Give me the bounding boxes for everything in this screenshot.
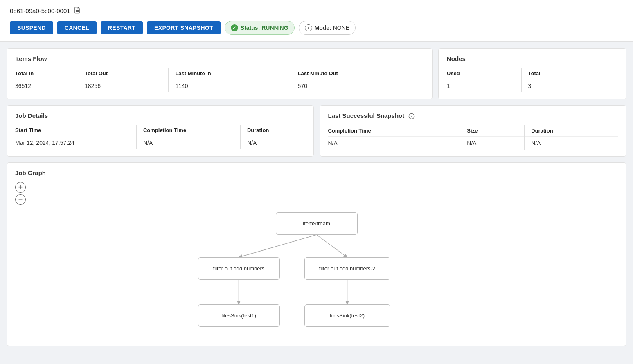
val-total-out: 18256 bbox=[78, 79, 169, 93]
col-duration: Duration bbox=[240, 125, 305, 136]
graph-card: Job Graph + − itemStreamfilter out odd n… bbox=[7, 162, 626, 346]
snapshot-card: Last Successful Snapshot Completion Time… bbox=[320, 105, 627, 157]
val-completion-time: N/A bbox=[136, 136, 240, 150]
row-stats: Items Flow Total In Total Out Last Minut… bbox=[7, 48, 626, 99]
snapshot-table: Completion Time Size Duration N/A N/A N/… bbox=[328, 125, 618, 150]
snapshot-title: Last Successful Snapshot bbox=[328, 112, 618, 119]
check-icon: ✓ bbox=[231, 24, 238, 31]
graph-node-filterOdd2[interactable]: filter out odd numbers-2 bbox=[304, 257, 390, 280]
svg-line-6 bbox=[317, 235, 347, 257]
col-total-in: Total In bbox=[15, 68, 78, 79]
val-used: 1 bbox=[447, 79, 521, 93]
nodes-table: Used Total 1 3 bbox=[447, 68, 618, 92]
items-flow-table: Total In Total Out Last Minute In Last M… bbox=[15, 68, 424, 92]
suspend-button[interactable]: SUSPEND bbox=[10, 21, 53, 34]
col-last-min-in: Last Minute In bbox=[169, 68, 291, 79]
top-actions: SUSPEND CANCEL RESTART EXPORT SNAPSHOT ✓… bbox=[10, 21, 623, 35]
graph-node-filesSink2[interactable]: filesSink(test2) bbox=[304, 304, 390, 327]
info-icon: i bbox=[305, 24, 312, 31]
snapshot-info-icon bbox=[408, 113, 415, 119]
val-start-time: Mar 12, 2024, 17:57:24 bbox=[15, 136, 136, 150]
job-id-text: 0b61-09a0-5c00-0001 bbox=[10, 7, 70, 14]
graph-title: Job Graph bbox=[15, 169, 618, 176]
val-total: 3 bbox=[521, 79, 618, 93]
val-snap-size: N/A bbox=[460, 137, 525, 150]
main-content: Items Flow Total In Total Out Last Minut… bbox=[0, 42, 633, 353]
val-snap-duration: N/A bbox=[525, 137, 618, 150]
val-snap-completion: N/A bbox=[328, 137, 460, 150]
col-completion-time: Completion Time bbox=[136, 125, 240, 136]
nodes-title: Nodes bbox=[447, 55, 618, 62]
val-last-min-in: 1140 bbox=[169, 79, 291, 93]
val-total-in: 36512 bbox=[15, 79, 78, 93]
document-icon bbox=[74, 7, 81, 15]
col-total: Total bbox=[521, 68, 618, 79]
graph-node-filesSink1[interactable]: filesSink(test1) bbox=[198, 304, 280, 327]
graph-controls: + − bbox=[15, 182, 618, 205]
zoom-out-button[interactable]: − bbox=[15, 194, 26, 205]
graph-area: itemStreamfilter out odd numbersfilter o… bbox=[15, 208, 618, 339]
top-bar: 0b61-09a0-5c00-0001 SUSPEND CANCEL RESTA… bbox=[0, 0, 633, 42]
row-details: Job Details Start Time Completion Time D… bbox=[7, 105, 626, 157]
job-details-title: Job Details bbox=[15, 112, 305, 119]
job-details-card: Job Details Start Time Completion Time D… bbox=[7, 105, 314, 157]
job-id-row: 0b61-09a0-5c00-0001 bbox=[10, 7, 623, 15]
restart-button[interactable]: RESTART bbox=[101, 21, 143, 34]
zoom-in-button[interactable]: + bbox=[15, 182, 26, 193]
job-details-table: Start Time Completion Time Duration Mar … bbox=[15, 125, 305, 149]
col-snap-size: Size bbox=[460, 125, 525, 137]
graph-node-filterOdd1[interactable]: filter out odd numbers bbox=[198, 257, 280, 280]
col-start-time: Start Time bbox=[15, 125, 136, 136]
val-last-min-out: 570 bbox=[291, 79, 424, 93]
col-total-out: Total Out bbox=[78, 68, 169, 79]
val-duration: N/A bbox=[240, 136, 305, 150]
svg-line-5 bbox=[239, 235, 317, 257]
cancel-button[interactable]: CANCEL bbox=[57, 21, 97, 34]
status-badge: ✓ Status: RUNNING bbox=[225, 21, 295, 35]
col-snap-duration: Duration bbox=[525, 125, 618, 137]
col-used: Used bbox=[447, 68, 521, 79]
mode-label: Mode: NONE bbox=[315, 25, 350, 31]
status-label: Status: RUNNING bbox=[241, 25, 288, 31]
items-flow-card: Items Flow Total In Total Out Last Minut… bbox=[7, 48, 433, 99]
mode-badge: i Mode: NONE bbox=[299, 21, 356, 35]
col-last-min-out: Last Minute Out bbox=[291, 68, 424, 79]
graph-node-itemStream[interactable]: itemStream bbox=[276, 212, 358, 235]
export-snapshot-button[interactable]: EXPORT SNAPSHOT bbox=[147, 21, 221, 34]
items-flow-title: Items Flow bbox=[15, 55, 424, 62]
nodes-card: Nodes Used Total 1 3 bbox=[438, 48, 626, 99]
col-snap-completion: Completion Time bbox=[328, 125, 460, 137]
